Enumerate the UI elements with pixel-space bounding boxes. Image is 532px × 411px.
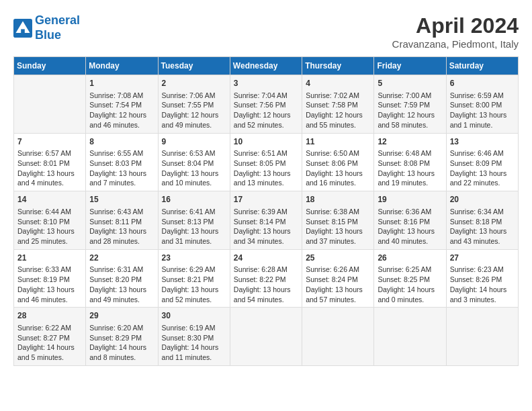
day-info: Sunrise: 6:43 AM Sunset: 8:11 PM Dayligh… xyxy=(89,207,154,246)
logo-text: General Blue xyxy=(35,13,80,42)
calendar-cell: 18Sunrise: 6:38 AM Sunset: 8:15 PM Dayli… xyxy=(302,191,374,250)
calendar-cell: 22Sunrise: 6:31 AM Sunset: 8:20 PM Dayli… xyxy=(86,249,158,308)
header-wednesday: Wednesday xyxy=(230,57,302,75)
day-number: 21 xyxy=(17,253,82,264)
day-number: 28 xyxy=(17,310,82,322)
day-number: 13 xyxy=(450,136,515,148)
calendar-week-row: 14Sunrise: 6:44 AM Sunset: 8:10 PM Dayli… xyxy=(14,191,519,250)
calendar-cell: 5Sunrise: 7:00 AM Sunset: 7:59 PM Daylig… xyxy=(374,75,446,134)
day-number: 27 xyxy=(450,253,515,264)
calendar-table: SundayMondayTuesdayWednesdayThursdayFrid… xyxy=(13,56,519,366)
day-number: 1 xyxy=(89,78,154,89)
calendar-cell: 24Sunrise: 6:28 AM Sunset: 8:22 PM Dayli… xyxy=(230,249,302,308)
calendar-cell xyxy=(14,75,86,134)
day-info: Sunrise: 6:38 AM Sunset: 8:15 PM Dayligh… xyxy=(306,207,370,246)
calendar-cell: 17Sunrise: 6:39 AM Sunset: 8:14 PM Dayli… xyxy=(230,191,302,250)
day-number: 8 xyxy=(89,136,154,148)
day-number: 6 xyxy=(450,78,515,89)
calendar-cell: 21Sunrise: 6:33 AM Sunset: 8:19 PM Dayli… xyxy=(14,249,86,308)
day-info: Sunrise: 6:48 AM Sunset: 8:08 PM Dayligh… xyxy=(378,148,442,188)
calendar-cell: 14Sunrise: 6:44 AM Sunset: 8:10 PM Dayli… xyxy=(14,191,86,250)
calendar-cell: 27Sunrise: 6:23 AM Sunset: 8:26 PM Dayli… xyxy=(446,249,518,308)
day-info: Sunrise: 6:19 AM Sunset: 8:30 PM Dayligh… xyxy=(162,323,226,363)
day-number: 25 xyxy=(306,253,370,264)
day-info: Sunrise: 6:33 AM Sunset: 8:19 PM Dayligh… xyxy=(17,265,82,304)
day-number: 22 xyxy=(89,253,154,264)
location: Cravanzana, Piedmont, Italy xyxy=(392,38,519,50)
day-number: 10 xyxy=(234,136,298,148)
day-number: 4 xyxy=(306,78,370,89)
logo: General Blue xyxy=(13,13,80,42)
day-info: Sunrise: 6:50 AM Sunset: 8:06 PM Dayligh… xyxy=(306,148,370,188)
day-number: 26 xyxy=(378,253,442,264)
header-friday: Friday xyxy=(374,57,446,75)
calendar-cell: 3Sunrise: 7:04 AM Sunset: 7:56 PM Daylig… xyxy=(230,75,302,134)
day-number: 9 xyxy=(162,136,226,148)
calendar-cell: 8Sunrise: 6:55 AM Sunset: 8:03 PM Daylig… xyxy=(86,133,158,191)
day-number: 18 xyxy=(306,194,370,205)
page-header: General Blue April 2024 Cravanzana, Pied… xyxy=(13,13,519,50)
calendar-cell: 26Sunrise: 6:25 AM Sunset: 8:25 PM Dayli… xyxy=(374,249,446,308)
day-info: Sunrise: 6:44 AM Sunset: 8:10 PM Dayligh… xyxy=(17,207,82,246)
day-info: Sunrise: 6:59 AM Sunset: 8:00 PM Dayligh… xyxy=(450,91,515,130)
day-info: Sunrise: 6:31 AM Sunset: 8:20 PM Dayligh… xyxy=(89,265,154,304)
calendar-cell xyxy=(446,308,518,366)
day-info: Sunrise: 6:51 AM Sunset: 8:05 PM Dayligh… xyxy=(234,148,298,188)
calendar-cell: 20Sunrise: 6:34 AM Sunset: 8:18 PM Dayli… xyxy=(446,191,518,250)
day-number: 7 xyxy=(17,136,82,148)
header-monday: Monday xyxy=(86,57,158,75)
calendar-cell: 12Sunrise: 6:48 AM Sunset: 8:08 PM Dayli… xyxy=(374,133,446,191)
calendar-cell: 6Sunrise: 6:59 AM Sunset: 8:00 PM Daylig… xyxy=(446,75,518,134)
day-info: Sunrise: 6:36 AM Sunset: 8:16 PM Dayligh… xyxy=(378,207,442,246)
header-sunday: Sunday xyxy=(14,57,86,75)
day-info: Sunrise: 7:06 AM Sunset: 7:55 PM Dayligh… xyxy=(162,91,226,130)
day-info: Sunrise: 6:25 AM Sunset: 8:25 PM Dayligh… xyxy=(378,265,442,304)
day-info: Sunrise: 6:41 AM Sunset: 8:13 PM Dayligh… xyxy=(162,207,226,246)
calendar-week-row: 28Sunrise: 6:22 AM Sunset: 8:27 PM Dayli… xyxy=(14,308,519,366)
calendar-cell: 30Sunrise: 6:19 AM Sunset: 8:30 PM Dayli… xyxy=(158,308,230,366)
day-number: 15 xyxy=(89,194,154,205)
day-number: 14 xyxy=(17,194,82,205)
day-info: Sunrise: 6:29 AM Sunset: 8:21 PM Dayligh… xyxy=(162,265,226,304)
header-thursday: Thursday xyxy=(302,57,374,75)
day-info: Sunrise: 6:23 AM Sunset: 8:26 PM Dayligh… xyxy=(450,265,515,304)
logo-icon xyxy=(13,19,32,38)
day-number: 5 xyxy=(378,78,442,89)
day-number: 11 xyxy=(306,136,370,148)
day-number: 16 xyxy=(162,194,226,205)
calendar-cell xyxy=(302,308,374,366)
day-info: Sunrise: 6:53 AM Sunset: 8:04 PM Dayligh… xyxy=(162,148,226,188)
calendar-cell xyxy=(374,308,446,366)
calendar-header-row: SundayMondayTuesdayWednesdayThursdayFrid… xyxy=(14,57,519,75)
calendar-cell: 9Sunrise: 6:53 AM Sunset: 8:04 PM Daylig… xyxy=(158,133,230,191)
calendar-cell: 7Sunrise: 6:57 AM Sunset: 8:01 PM Daylig… xyxy=(14,133,86,191)
day-info: Sunrise: 6:20 AM Sunset: 8:29 PM Dayligh… xyxy=(89,323,154,363)
calendar-cell: 11Sunrise: 6:50 AM Sunset: 8:06 PM Dayli… xyxy=(302,133,374,191)
day-info: Sunrise: 7:00 AM Sunset: 7:59 PM Dayligh… xyxy=(378,91,442,130)
calendar-cell: 13Sunrise: 6:46 AM Sunset: 8:09 PM Dayli… xyxy=(446,133,518,191)
day-number: 23 xyxy=(162,253,226,264)
calendar-cell: 15Sunrise: 6:43 AM Sunset: 8:11 PM Dayli… xyxy=(86,191,158,250)
calendar-week-row: 21Sunrise: 6:33 AM Sunset: 8:19 PM Dayli… xyxy=(14,249,519,308)
day-info: Sunrise: 6:39 AM Sunset: 8:14 PM Dayligh… xyxy=(234,207,298,246)
day-info: Sunrise: 6:46 AM Sunset: 8:09 PM Dayligh… xyxy=(450,148,515,188)
header-tuesday: Tuesday xyxy=(158,57,230,75)
logo-line2: Blue xyxy=(35,28,80,43)
month-title: April 2024 xyxy=(392,13,519,38)
day-number: 29 xyxy=(89,310,154,322)
day-info: Sunrise: 6:28 AM Sunset: 8:22 PM Dayligh… xyxy=(234,265,298,304)
calendar-cell: 29Sunrise: 6:20 AM Sunset: 8:29 PM Dayli… xyxy=(86,308,158,366)
day-number: 24 xyxy=(234,253,298,264)
svg-rect-2 xyxy=(21,29,25,34)
day-number: 30 xyxy=(162,310,226,322)
calendar-cell: 16Sunrise: 6:41 AM Sunset: 8:13 PM Dayli… xyxy=(158,191,230,250)
calendar-cell xyxy=(230,308,302,366)
calendar-cell: 19Sunrise: 6:36 AM Sunset: 8:16 PM Dayli… xyxy=(374,191,446,250)
day-number: 19 xyxy=(378,194,442,205)
day-number: 17 xyxy=(234,194,298,205)
calendar-cell: 23Sunrise: 6:29 AM Sunset: 8:21 PM Dayli… xyxy=(158,249,230,308)
calendar-week-row: 1Sunrise: 7:08 AM Sunset: 7:54 PM Daylig… xyxy=(14,75,519,134)
calendar-week-row: 7Sunrise: 6:57 AM Sunset: 8:01 PM Daylig… xyxy=(14,133,519,191)
calendar-cell: 28Sunrise: 6:22 AM Sunset: 8:27 PM Dayli… xyxy=(14,308,86,366)
day-info: Sunrise: 6:34 AM Sunset: 8:18 PM Dayligh… xyxy=(450,207,515,246)
